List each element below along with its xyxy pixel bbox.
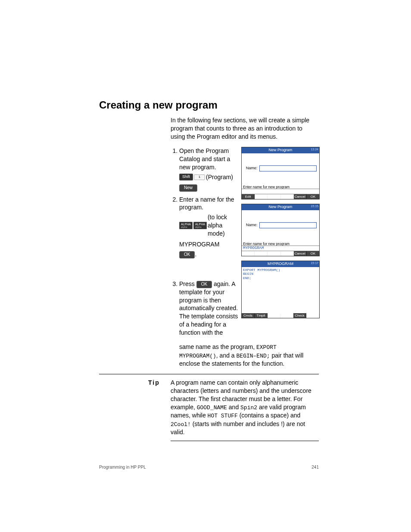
shot2-name-field [259,222,317,228]
code-l2: BEGIN [243,272,318,276]
shot1-menu-b1 [255,194,268,199]
step-3-rest: again. A template for your program is th… [179,280,238,336]
shot2-menu-ok: OK [307,251,319,256]
one-key: 1 [194,174,205,180]
shot1-menu-cancel: Cancel [294,194,307,199]
step-2-keys: ALPHAalpha ALPHAalpha (to lock alpha mod… [179,213,240,238]
shot3-menu-b2 [280,313,293,318]
footer-left: Programming in HP PPL [99,464,146,470]
new-softkey: New [179,184,197,192]
screenshot-2: New Program 15:15 Name: Enter name for n… [241,204,320,256]
alpha-key-1: ALPHAalpha [179,222,193,229]
shot3-menu-tmplt: Tmplt [255,313,268,318]
page-footer: Programming in HP PPL 241 [99,464,319,470]
tip-c1: GOOD_NAME [197,404,227,411]
shot2-menu-b3 [281,251,294,256]
section-heading: Creating a new program [99,98,319,112]
steps-column: Open the Program Catalog and start a new… [99,147,237,340]
step-1-text: Open the Program Catalog and start a new… [179,147,230,171]
shot2-title-text: New Program [268,205,292,209]
tip-block: Tip A program name can contain only alph… [99,374,319,441]
ok-key-row: OK. [179,250,240,258]
new-key-row: New [179,184,240,192]
intro-paragraph: In the following few sections, we will c… [171,116,317,141]
typed-name: MYPROGRAM [179,240,240,249]
shot2-title: New Program 15:15 [242,204,319,210]
screenshot-3: MYPROGRAM 15:17 EXPORT MYPROGRAM() BEGIN… [241,261,320,318]
shot1-body: Name: Enter name for new program [242,153,319,194]
step-1: Open the Program Catalog and start a new… [179,147,240,192]
shot1-menu-b2 [268,194,280,199]
step-2: Enter a name for the program. ALPHAalpha… [179,196,240,258]
shot3-body: EXPORT MYPROGRAM() BEGIN END; [242,267,319,313]
shot1-name-line: Name: [246,165,317,171]
shot2-menu-b2 [268,251,280,256]
tip-t5: (starts with number and includes !) are … [171,420,305,436]
tip-text: A program name can contain only alphanum… [171,379,319,441]
shot2-name-line: Name: [246,222,317,228]
shift-key: Shift [179,174,193,180]
shot3-title-text: MYPROGRAM [268,261,293,266]
step-1-keys: Shift 1 (Program) [179,173,240,181]
shot1-name-field [259,165,317,171]
steps-list: Open the Program Catalog and start a new… [171,147,237,337]
shot2-menu: Cancel OK [242,251,319,256]
tip-t2: and [227,404,240,411]
program-label: (Program) [206,173,233,181]
shot2-body: Name: Enter name for new program MYPROGR… [242,210,319,251]
after-code2: BEGIN–END; [237,353,270,359]
shot2-name-label: Name: [246,223,258,227]
shot2-editline: MYPROGRAM [242,246,319,251]
tip-t4: (contains a space) and [238,412,301,419]
shot3-clock: 15:17 [311,261,318,265]
shot3-code: EXPORT MYPROGRAM() BEGIN END; [242,267,319,281]
shot3-menu-b3 [306,313,319,318]
screenshots-column: New Program 13:24 Name: Enter name for n… [241,147,319,323]
shot1-name-label: Name: [246,166,258,171]
shot1-menu-ok: OK [307,194,319,199]
tip-c2: Spin2 [240,404,257,411]
shot3-menu-check: Check [293,313,306,318]
step-2-text: Enter a name for the program. [179,196,234,211]
after-b: , and a [216,352,237,359]
after-a: same name as the program, [179,343,256,350]
tip-label: Tip [99,379,171,441]
screenshot-1: New Program 13:24 Name: Enter name for n… [241,147,320,199]
shot3-menu-cmds: Cmds [242,313,255,318]
shot1-editline [242,189,319,194]
alpha-key-2: ALPHAalpha [193,222,207,229]
ok-softkey-2: OK [196,281,212,288]
body-row: Open the Program Catalog and start a new… [99,147,319,340]
shot2-clock: 15:15 [311,205,318,208]
tip-c4: 2Cool! [171,421,191,428]
shot2-menu-cancel: Cancel [294,251,307,256]
lock-label: (to lock alpha mode) [208,213,240,238]
shot1-title: New Program 13:24 [242,147,319,153]
shot3-title: MYPROGRAM 15:17 [242,261,319,267]
footer-right: 241 [311,464,319,470]
shot1-menu: Edit Cancel OK [242,194,319,199]
shot1-menu-edit: Edit [242,194,255,199]
step-3-continuation: same name as the program, EXPORT MYPROGR… [179,343,317,368]
code-l4: END; [243,276,318,280]
shot1-clock: 13:24 [311,148,318,151]
ok-softkey: OK [179,251,195,258]
shot1-menu-b3 [281,194,294,199]
page: Creating a new program In the following … [99,98,319,441]
step-3-press: Press [179,280,196,287]
shot3-menu-b1 [268,313,280,318]
tip-c3: HOT STUFF [208,413,238,419]
shot1-title-text: New Program [268,148,292,152]
shot3-menu: Cmds Tmplt Check [242,313,319,318]
shot2-menu-b0 [242,251,255,256]
step-3: Press OK again. A template for your prog… [179,280,244,337]
code-l1: EXPORT MYPROGRAM() [243,268,318,272]
shot2-menu-b1 [255,251,268,256]
